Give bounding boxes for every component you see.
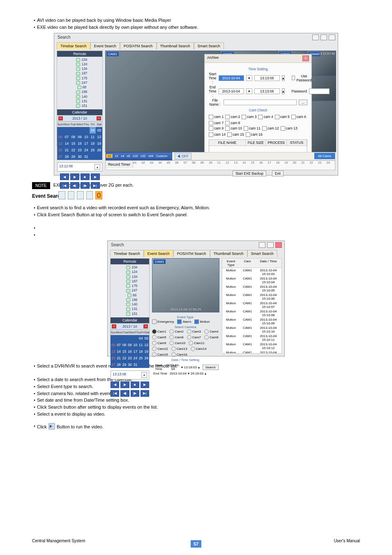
cal-cell[interactable]: 22 [122, 355, 127, 361]
cal-cell[interactable]: 12 [96, 134, 102, 140]
cal-next-icon[interactable]: > [97, 116, 101, 120]
speed-seg[interactable]: x16 [131, 154, 139, 158]
remote-item[interactable]: 124 [61, 62, 102, 66]
cal-cell[interactable]: 25 [90, 147, 96, 153]
speed-x1[interactable]: x1 [106, 154, 113, 158]
cal-prev-icon[interactable]: < [112, 324, 116, 328]
cal-cell[interactable]: 10 [133, 342, 138, 348]
step-fwd-icon[interactable]: |▶ [131, 390, 139, 397]
close-icon[interactable] [275, 242, 282, 248]
cam-check[interactable]: cam 4 [258, 115, 273, 119]
cam-check[interactable]: cam 16 [246, 132, 263, 137]
dropdown-icon[interactable]: ▾ [188, 372, 189, 375]
minimize-icon[interactable] [259, 242, 265, 248]
cal-cell[interactable]: 14 [116, 348, 121, 355]
remote-item[interactable]: 187 [115, 279, 149, 283]
cal-cell[interactable]: 19 [96, 140, 102, 147]
cal-cell[interactable]: 04 [138, 335, 143, 342]
maximize-icon[interactable] [267, 242, 274, 248]
cam-radio[interactable]: Cam2 [169, 329, 183, 334]
cal-cell[interactable]: 29 [122, 361, 127, 368]
event-row[interactable]: MotionCAM12013-10-04 15:10:03 [222, 268, 281, 276]
cal-cell[interactable] [83, 127, 90, 134]
speed-seg[interactable]: x64 [147, 154, 155, 158]
event-row[interactable]: MotionCAM12013-10-04 15:10:13 [222, 350, 281, 354]
cal-cell[interactable]: 19 [144, 348, 149, 355]
cam-check[interactable]: cam 1 [209, 115, 224, 119]
cal-cell[interactable]: 24 [83, 147, 90, 153]
start-exe-backup-button[interactable]: Start EXE Backup [233, 171, 266, 176]
start-time-field[interactable]: 13:18:03 [184, 365, 197, 369]
cal-cell[interactable]: 16 [127, 348, 132, 355]
cal-cell[interactable]: 17 [83, 140, 90, 147]
remote-list[interactable]: 234 124 134 187 175 247 88 186 140 131 1… [61, 58, 102, 108]
cal-cell[interactable]: 06 [111, 342, 116, 348]
skip-start-icon[interactable]: |◀ [111, 390, 119, 397]
maximize-icon[interactable] [321, 35, 327, 40]
close-icon[interactable] [329, 35, 335, 40]
dropdown-icon[interactable]: ▾ [181, 365, 183, 369]
cal-cell[interactable]: 13 [57, 140, 64, 147]
cal-cell[interactable]: 09 [76, 134, 83, 140]
cal-cell[interactable]: 28 [64, 153, 70, 160]
step-fwd-icon[interactable]: |▶ [81, 182, 90, 189]
start-date-field[interactable]: 2013-10-04 [219, 75, 244, 81]
step-back-icon[interactable]: ◀| [70, 182, 79, 189]
speed-seg[interactable]: x4 [120, 154, 125, 158]
cam-radio[interactable]: Cam10 [169, 341, 185, 345]
search-button[interactable]: Search [203, 365, 219, 370]
tab-timebar[interactable]: Timebar Search [57, 42, 90, 49]
step-back-icon[interactable]: ◀| [120, 390, 129, 397]
cal-cell[interactable] [133, 335, 138, 342]
speed-seg[interactable]: x8 [125, 154, 131, 158]
cam-check[interactable]: cam 2 [225, 115, 240, 119]
exit-button[interactable]: Exit [272, 171, 284, 176]
use-password-check[interactable]: Use Password [292, 74, 312, 82]
cal-cell[interactable]: 30 [76, 153, 83, 160]
cal-cell[interactable]: 23 [76, 147, 83, 153]
tab-event[interactable]: Event Search [90, 42, 120, 49]
cal-cell[interactable] [64, 127, 70, 134]
cal-cell[interactable] [127, 335, 132, 342]
cal-cell[interactable] [76, 127, 83, 134]
remote-item[interactable]: 151 [115, 312, 149, 316]
remote-item[interactable]: 131 [115, 307, 149, 311]
cal-cell[interactable]: 13 [111, 348, 116, 355]
calendar-grid[interactable]: 0405 06070809101112 13141516171819 20212… [57, 127, 102, 160]
event-row[interactable]: MotionCAM12013-10-04 15:10:06 [222, 293, 281, 301]
tab-smart[interactable]: Smart Search [247, 250, 277, 257]
end-date-field[interactable]: 2013-10-04 [170, 372, 187, 375]
cam-check[interactable]: cam 9 [209, 126, 224, 131]
start-time-field[interactable]: 13:13:08 [254, 75, 280, 81]
cal-cell[interactable]: 31 [133, 361, 138, 368]
cal-cell[interactable]: 21 [64, 147, 70, 153]
event-row[interactable]: MotionCAM12013-10-04 15:10:12 [222, 342, 281, 350]
cal-cell[interactable] [144, 361, 149, 368]
cam-radio[interactable]: Cam13 [171, 347, 187, 351]
cal-cell[interactable]: 11 [138, 342, 143, 348]
cal-cell[interactable]: 28 [116, 361, 121, 368]
cal-cell[interactable]: 24 [133, 355, 138, 361]
cal-cell[interactable]: 16 [76, 140, 83, 147]
spinner-icon[interactable]: ▴ [282, 75, 285, 81]
tab-pos[interactable]: POS/ATM Search [120, 42, 157, 49]
cal-cell[interactable] [138, 361, 143, 368]
fwd-icon[interactable]: ▶ [141, 382, 149, 388]
end-date-field[interactable]: 2013-10-04 [219, 88, 244, 94]
skip-end-icon[interactable]: ▶| [141, 390, 149, 397]
tab-thumbnail[interactable]: Thumbnail Search [157, 42, 194, 49]
event-row[interactable]: MotionCAM12013-10-04 15:10:04 [222, 276, 281, 284]
file-name-field[interactable] [224, 99, 297, 105]
cam-check[interactable]: cam 6 [291, 115, 306, 119]
fwd-icon[interactable]: ▶ [91, 173, 100, 180]
cam-radio[interactable]: Cam3 [187, 329, 201, 334]
cam-radio[interactable]: Cam14 [191, 347, 207, 351]
cam-radio[interactable]: Cam6 [169, 335, 183, 340]
remote-item[interactable]: 234 [115, 265, 149, 269]
cal-cell[interactable]: 20 [57, 147, 64, 153]
cal-cell[interactable]: 05 [96, 127, 102, 134]
cal-cell[interactable]: 15 [122, 348, 127, 355]
cal-cell[interactable]: 07 [116, 342, 121, 348]
cam-check[interactable]: cam 12 [262, 126, 279, 131]
cal-cell[interactable]: 29 [70, 153, 76, 160]
